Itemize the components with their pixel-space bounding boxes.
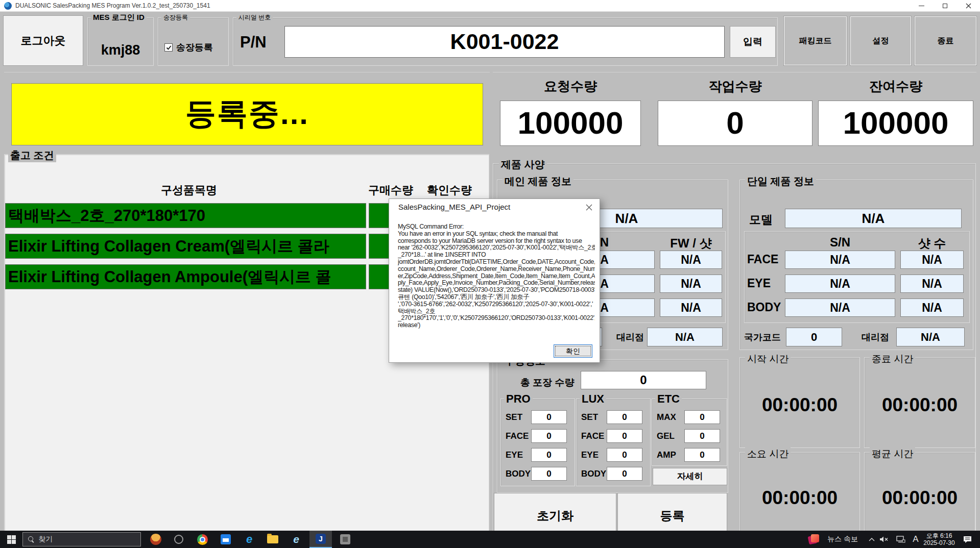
maximize-button[interactable] <box>933 0 957 12</box>
internet-explorer-icon: e <box>293 533 299 545</box>
lux-face-label: FACE <box>581 431 604 441</box>
settings-button[interactable]: 설정 <box>850 16 911 65</box>
start-time-value: 00:00:00 <box>740 394 859 416</box>
single-product-title: 단일 제품 정보 <box>745 175 816 188</box>
edge-icon: e <box>246 533 252 546</box>
close-button[interactable] <box>957 0 980 12</box>
elapsed-time-group: 소요 시간 00:00:00 <box>739 452 860 537</box>
dialog-ok-button[interactable]: 확인 <box>554 344 592 358</box>
quantity-info-group: 수량정보 총 포장 수량 0 PRO SET 0 FACE 0 EYE 0 BO… <box>497 359 728 493</box>
pro-face-value: 0 <box>531 429 567 443</box>
qty-remaining-label: 잔여수량 <box>818 78 973 95</box>
single-body-sn: N/A <box>785 298 895 317</box>
single-model-value: N/A <box>785 209 962 228</box>
pro-body-value: 0 <box>531 467 567 481</box>
single-eye-sn: N/A <box>785 275 895 293</box>
clock[interactable]: 오후 6:16 2025-07-30 <box>922 531 956 548</box>
etc-amp-value: 0 <box>684 448 720 462</box>
single-eye-shot: N/A <box>900 275 964 293</box>
check-icon <box>166 45 172 51</box>
single-agency-value: N/A <box>896 328 965 346</box>
tray-time: 오후 6:16 <box>923 532 954 539</box>
news-label[interactable]: 뉴스 속보 <box>822 531 863 548</box>
exit-button[interactable]: 종료 <box>915 16 976 65</box>
pro-eye-value: 0 <box>531 448 567 462</box>
lux-body-value: 0 <box>607 467 642 481</box>
shipment-group-label: 출고 조건 <box>8 148 56 162</box>
elapsed-time-value: 00:00:00 <box>740 487 859 509</box>
invoice-checkbox-row: 송장등록 <box>164 41 213 54</box>
tray-date: 2025-07-30 <box>923 539 954 546</box>
lux-body-label: BODY <box>581 469 606 479</box>
end-time-group: 종료 시간 00:00:00 <box>864 357 975 448</box>
single-country-value: 0 <box>786 328 842 346</box>
utility-taskbar-icon[interactable] <box>335 531 355 548</box>
dialog-close-button[interactable] <box>583 202 594 213</box>
utility-app-icon <box>340 534 350 544</box>
shipment-row-name[interactable]: 택배박스_2호_270*180*170 <box>5 203 366 228</box>
invoice-group: 송장등록 송장등록 <box>158 17 229 66</box>
start-time-label: 시작 시간 <box>745 353 791 366</box>
internet-explorer-taskbar-icon[interactable]: e <box>286 531 306 548</box>
search-icon <box>28 536 34 542</box>
taskbar: 찾기 e e J 뉴스 속보 <box>0 531 980 548</box>
food-app-icon[interactable] <box>146 531 166 548</box>
detail-button[interactable]: 자세히 <box>653 468 727 485</box>
single-face-shot: N/A <box>900 251 964 269</box>
start-button[interactable] <box>0 531 22 548</box>
single-country-label: 국가코드 <box>744 331 781 343</box>
chrome-icon <box>197 534 208 545</box>
chevron-up-icon <box>869 537 875 541</box>
pn-label: P/N <box>240 33 267 52</box>
shipment-row-name[interactable]: Elixir Lifting Collagen Ampoule(엘릭시르 콜 <box>5 264 366 289</box>
serial-group-label: 시리얼 번호 <box>236 13 273 22</box>
file-explorer-taskbar-icon[interactable] <box>262 531 283 548</box>
ring-app-icon[interactable] <box>169 531 189 548</box>
single-agency-label: 대리점 <box>862 331 889 343</box>
etc-amp-label: AMP <box>657 450 676 460</box>
taskbar-search[interactable]: 찾기 <box>22 532 141 546</box>
pro-group: PRO SET 0 FACE 0 EYE 0 BODY 0 <box>500 398 575 486</box>
pn-input[interactable]: K001-0022 <box>284 26 725 58</box>
logout-button[interactable]: 로그아웃 <box>3 15 83 66</box>
average-time-group: 평균 시간 00:00:00 <box>864 452 975 537</box>
average-time-label: 평균 시간 <box>870 447 915 461</box>
invoice-checkbox[interactable] <box>164 43 173 52</box>
shipment-row-name[interactable]: Elixir Lifting Collagen Cream(엘릭시르 콜라 <box>5 234 366 259</box>
packing-code-button[interactable]: 패킹코드 <box>784 16 847 65</box>
ring-icon <box>174 535 183 544</box>
pro-set-value: 0 <box>531 410 567 424</box>
news-icon <box>808 534 820 545</box>
enter-button[interactable]: 입력 <box>730 26 776 58</box>
qty-remaining-value: 100000 <box>818 101 973 146</box>
etc-max-label: MAX <box>657 412 676 422</box>
store-icon <box>221 534 231 544</box>
volume-button[interactable] <box>876 531 892 548</box>
edge-taskbar-icon[interactable]: e <box>239 531 259 548</box>
ime-indicator[interactable]: A <box>909 531 922 548</box>
title-bar: DUALSONIC SalesPacking MES Program Ver.1… <box>0 0 980 12</box>
error-dialog: SalesPacking_MES_API_Project MySQL Comma… <box>389 198 600 363</box>
end-time-label: 종료 시간 <box>870 353 915 366</box>
qty-requested-label: 요청수량 <box>500 78 641 95</box>
main-body-shot: N/A <box>660 298 722 317</box>
windows-logo-icon <box>7 535 16 544</box>
minimize-icon <box>919 6 924 6</box>
total-pack-label: 총 포장 수량 <box>520 376 575 389</box>
col-confirm-header: 확인수량 <box>419 183 480 198</box>
news-widget[interactable] <box>805 531 823 548</box>
active-app-taskbar-icon[interactable]: J <box>309 531 332 548</box>
mes-login-id-value: kmj88 <box>88 42 153 58</box>
minimize-button[interactable] <box>910 0 933 12</box>
chrome-taskbar-icon[interactable] <box>192 531 212 548</box>
folder-icon <box>267 535 278 543</box>
mes-app-icon: J <box>316 534 326 544</box>
etc-gel-label: GEL <box>657 431 675 441</box>
store-taskbar-icon[interactable] <box>216 531 236 548</box>
mes-login-group: MES 로그인 ID kmj88 <box>87 17 154 66</box>
notification-icon <box>963 536 972 543</box>
notification-center-button[interactable] <box>957 531 977 548</box>
food-bowl-icon <box>150 534 161 545</box>
search-label: 찾기 <box>38 535 53 544</box>
network-button[interactable] <box>893 531 909 548</box>
